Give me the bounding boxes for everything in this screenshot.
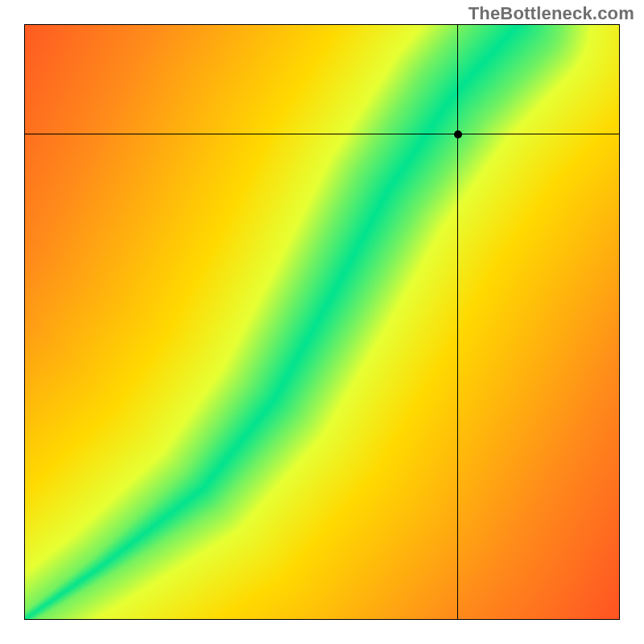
crosshair-vertical [457,24,458,620]
watermark-text: TheBottleneck.com [469,3,634,24]
crosshair-marker [454,130,462,138]
chart-container: TheBottleneck.com [0,0,644,644]
heatmap-canvas [24,24,620,620]
crosshair-horizontal [24,134,620,134]
